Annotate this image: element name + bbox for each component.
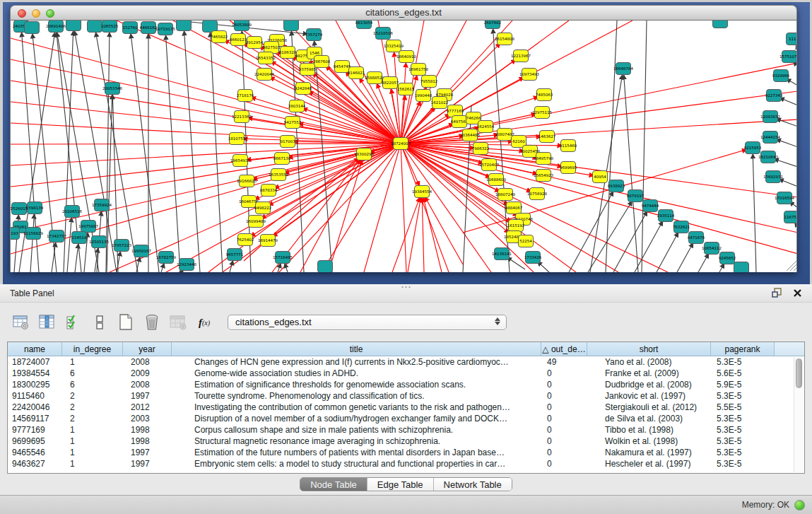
close-panel-icon[interactable] [793, 288, 802, 298]
graph-node[interactable]: 8813054 [355, 21, 373, 29]
graph-node[interactable]: 22420046 [254, 69, 274, 81]
graph-node[interactable]: 1615192 [507, 220, 525, 232]
graph-node[interactable]: 15751074 [779, 51, 797, 63]
column-visibility-icon[interactable] [39, 314, 56, 331]
graph-hub-node[interactable]: 18724007 [391, 138, 411, 150]
graph-node[interactable]: 1562615 [397, 83, 415, 95]
graph-node[interactable]: 2718176 [237, 90, 254, 102]
graph-node[interactable]: 2935114 [657, 210, 675, 222]
graph-node[interactable]: 2867608 [313, 56, 331, 68]
graph-node[interactable]: 12213363 [232, 111, 252, 123]
tab-node-table[interactable]: Node Table [300, 478, 367, 491]
table-row[interactable]: 1456911722003Disruption of a novel membe… [8, 413, 804, 424]
column-header-year[interactable]: year [123, 342, 172, 356]
graph-node[interactable]: 11156829 [23, 228, 43, 240]
table-row[interactable]: 977716911998Corpus callosum shape and si… [8, 424, 804, 436]
graph-node[interactable]: 9146821 [348, 67, 365, 79]
minimize-window-button[interactable] [32, 9, 40, 18]
graph-node[interactable]: 14136141 [492, 248, 512, 260]
tab-network-table[interactable]: Network Table [433, 478, 512, 491]
graph-node[interactable]: 18640910 [396, 51, 416, 63]
graph-node[interactable]: 116753 [784, 211, 798, 223]
graph-node[interactable]: 9245652 [719, 252, 736, 264]
graph-node[interactable]: 7625402 [237, 234, 254, 246]
graph-node[interactable]: 7357274 [305, 29, 323, 41]
graph-node[interactable]: 20206516 [62, 206, 82, 218]
graph-node[interactable]: 16914479 [258, 235, 278, 247]
graph-node[interactable]: 1598139 [26, 202, 44, 214]
graph-node[interactable] [66, 21, 81, 31]
graph-node[interactable]: 2687682 [484, 21, 502, 29]
graph-node[interactable] [734, 262, 749, 273]
graph-node[interactable]: 20053346 [102, 83, 122, 95]
graph-node[interactable] [284, 21, 299, 31]
graph-node[interactable]: 16099489 [246, 216, 266, 228]
graph-node[interactable]: 20691406 [46, 21, 66, 33]
graph-node[interactable]: 15692931 [763, 171, 783, 183]
graph-node[interactable]: 1810755 [228, 133, 246, 145]
graph-node[interactable]: 15720407 [479, 159, 499, 171]
graph-node[interactable]: 16543352 [256, 52, 276, 64]
graph-node[interactable]: 7955812 [420, 76, 438, 88]
memory-status-icon[interactable] [794, 500, 805, 510]
table-selector-combo[interactable]: citations_edges.txt [228, 315, 507, 330]
graph-node[interactable]: 12975115 [532, 107, 552, 119]
row-stack-icon[interactable] [91, 314, 108, 331]
graph-node[interactable]: 154519 [72, 232, 87, 244]
graph-node[interactable]: 9427552 [284, 117, 302, 129]
network-canvas-wrap[interactable]: 2403557206914061065525152760646616210719… [10, 21, 797, 272]
graph-node[interactable]: 12923448 [177, 259, 196, 271]
graph-node[interactable]: 16210643 [758, 151, 778, 163]
network-canvas[interactable]: 2403557206914061065525152760646616210719… [11, 21, 797, 272]
graph-node[interactable]: 8938923 [608, 180, 625, 192]
graph-node[interactable] [177, 21, 192, 31]
graph-node[interactable]: 10973493 [519, 69, 539, 81]
table-scrollbar[interactable] [794, 357, 804, 472]
graph-node[interactable] [713, 21, 728, 28]
graph-node[interactable]: 12093832 [760, 111, 780, 123]
column-header-title[interactable]: title [172, 342, 541, 356]
graph-node[interactable]: 40954 [593, 171, 608, 183]
graph-node[interactable]: 6879197 [627, 190, 645, 202]
delete-table-disabled-icon[interactable] [170, 314, 187, 331]
graph-node[interactable]: 12444154 [760, 132, 780, 144]
graph-node[interactable]: 16782759 [156, 252, 176, 264]
graph-node[interactable]: 9699695 [560, 162, 577, 174]
graph-node[interactable]: 1621022 [431, 97, 449, 109]
graph-node[interactable] [25, 22, 40, 34]
graph-node[interactable]: 152760 [123, 22, 138, 34]
graph-node[interactable]: 17957223 [112, 240, 131, 252]
table-row[interactable]: 2242004622012Investigating the contribut… [8, 402, 804, 413]
graph-node[interactable]: 9777169 [447, 105, 464, 117]
graph-node[interactable]: 18807249 [495, 189, 515, 201]
graph-node[interactable]: 1990448 [415, 90, 433, 102]
graph-node[interactable]: 7632621 [673, 221, 690, 233]
table-panel-titlebar[interactable]: Table Panel [0, 284, 812, 303]
graph-node[interactable]: 9827503 [263, 42, 281, 54]
graph-node[interactable]: 15716485 [273, 252, 293, 264]
graph-node[interactable]: 19958167 [131, 245, 151, 257]
graph-node[interactable]: 19975887 [78, 221, 98, 233]
graph-node[interactable]: 19384554 [412, 186, 432, 198]
column-header-in-degree[interactable]: in_degree [62, 342, 123, 356]
graph-node[interactable]: 19654935 [230, 155, 250, 167]
column-header-pagerank[interactable]: pagerank [711, 342, 775, 356]
graph-node[interactable]: 1463627 [539, 131, 556, 143]
graph-node[interactable]: 7465822 [211, 31, 228, 43]
graph-node[interactable]: 17016504 [775, 192, 794, 204]
graph-node[interactable]: 8912954 [246, 37, 264, 49]
graph-node[interactable]: 15218506 [373, 28, 393, 40]
graph-node[interactable]: 9115460 [560, 140, 577, 152]
graph-node[interactable]: 9227343 [765, 90, 783, 102]
table-scrollbar-thumb[interactable] [796, 358, 802, 388]
new-document-icon[interactable] [117, 314, 134, 331]
function-builder-icon[interactable]: f(x) [196, 314, 213, 331]
graph-node[interactable]: 8660123 [230, 34, 247, 46]
graph-node[interactable]: 6466162 [140, 22, 158, 34]
close-window-button[interactable] [18, 9, 26, 18]
graph-node[interactable]: 12505135 [89, 236, 109, 248]
network-window-titlebar[interactable]: citations_edges.txt [10, 5, 797, 21]
network-window[interactable]: citations_edges.txt 24035572069140610655… [10, 5, 797, 272]
graph-node[interactable]: 10688609 [486, 174, 506, 186]
graph-node[interactable]: 1624554 [477, 121, 495, 133]
